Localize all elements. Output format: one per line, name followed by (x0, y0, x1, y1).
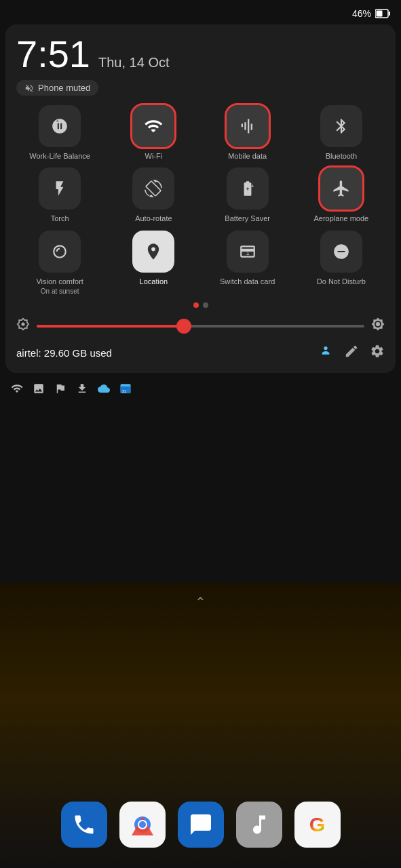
notif-download-icon (76, 382, 88, 398)
tile-label-aeroplane-mode: Aeroplane mode (314, 214, 369, 223)
tile-label-torch: Torch (51, 214, 69, 223)
edit-icon[interactable] (344, 344, 359, 362)
tile-icon-work-life-balance (39, 105, 81, 147)
tile-icon-bluetooth (320, 105, 362, 147)
brightness-high-icon (371, 317, 385, 334)
quick-settings-panel: 7:51 Thu, 14 Oct Phone muted Work-Life B… (5, 24, 396, 373)
brightness-low-icon (16, 317, 30, 334)
data-action-icons (318, 344, 385, 362)
tiles-row3: Vision comfortOn at sunset Location 1 Sw… (16, 231, 385, 296)
tile-icon-location (132, 231, 174, 273)
swipe-up-icon: ⌃ (195, 594, 206, 610)
app-dock: G (0, 789, 401, 860)
tile-label-work-life-balance: Work-Life Balance (29, 151, 90, 161)
phone-muted-label: Phone muted (38, 83, 90, 93)
svg-text:1: 1 (246, 250, 249, 256)
tile-icon-mobile-data (227, 105, 269, 147)
tile-icon-auto-rotate (132, 167, 174, 210)
tile-icon-torch (39, 167, 81, 210)
status-bar: 46% (0, 0, 401, 24)
tile-work-life-balance[interactable]: Work-Life Balance (16, 105, 103, 161)
tile-icon-wifi (132, 105, 174, 147)
page-dots (16, 302, 385, 308)
svg-rect-1 (389, 12, 390, 16)
tile-label-wifi: Wi-Fi (145, 151, 163, 161)
tile-battery-saver[interactable]: Battery Saver (204, 167, 291, 223)
battery-text: 46% (352, 8, 371, 19)
svg-point-5 (22, 323, 25, 326)
tile-label-mobile-data: Mobile data (228, 151, 267, 161)
user-icon[interactable] (318, 344, 333, 362)
svg-point-3 (56, 120, 58, 122)
tile-label-auto-rotate: Auto-rotate (135, 214, 172, 223)
notif-image-icon (33, 382, 45, 398)
clock-date: Thu, 14 Oct (98, 55, 170, 71)
tile-vision-comfort[interactable]: Vision comfortOn at sunset (16, 231, 103, 296)
tile-label-location: Location (140, 277, 168, 286)
tile-icon-switch-data-card: 1 (227, 231, 269, 273)
tile-auto-rotate[interactable]: Auto-rotate (110, 167, 197, 223)
tile-label-switch-data-card: Switch data card (220, 277, 275, 286)
tile-icon-do-not-disturb (320, 231, 362, 273)
tile-do-not-disturb[interactable]: Do Not Disturb (298, 231, 385, 296)
tile-location[interactable]: Location (110, 231, 197, 296)
app-chrome[interactable] (119, 802, 166, 848)
svg-point-13 (139, 821, 146, 828)
mute-icon (24, 83, 34, 93)
app-music[interactable] (236, 802, 282, 848)
home-screen: ⌃ (0, 583, 401, 868)
notif-flag-icon (54, 382, 66, 398)
swipe-indicator: ⌃ (0, 583, 401, 617)
data-usage-text: airtel: 29.60 GB used (16, 347, 112, 359)
tile-mobile-data[interactable]: Mobile data (204, 105, 291, 161)
dot-1 (193, 302, 199, 308)
tile-bluetooth[interactable]: Bluetooth (298, 105, 385, 161)
data-usage-row: airtel: 29.60 GB used (16, 344, 385, 362)
tile-label-do-not-disturb: Do Not Disturb (317, 277, 366, 286)
app-phone[interactable] (61, 802, 107, 848)
time-row: 7:51 Thu, 14 Oct (16, 35, 385, 73)
tile-label-bluetooth: Bluetooth (326, 151, 357, 161)
brightness-fill (37, 325, 184, 328)
notif-wifi-icon (11, 382, 23, 398)
tile-label-battery-saver: Battery Saver (225, 214, 270, 223)
notif-calendar-icon: 31 (119, 382, 132, 398)
notification-bar: 31 (0, 376, 401, 405)
tile-aeroplane-mode[interactable]: Aeroplane mode (298, 167, 385, 223)
tile-torch[interactable]: Torch (16, 167, 103, 223)
tile-icon-battery-saver (227, 167, 269, 210)
dot-2 (203, 302, 208, 308)
tile-icon-aeroplane-mode (320, 167, 362, 210)
tiles-row1: Work-Life Balance Wi-Fi Mobile data (16, 105, 385, 161)
clock-time: 7:51 (16, 35, 90, 73)
tiles-row2: Torch Auto-rotate Battery Saver (16, 167, 385, 223)
svg-rect-2 (377, 11, 383, 17)
settings-icon[interactable] (370, 344, 385, 362)
tile-label-vision-comfort: Vision comfortOn at sunset (36, 277, 83, 296)
brightness-row (16, 317, 385, 334)
brightness-slider[interactable] (37, 325, 364, 328)
notif-cloud-icon (98, 382, 110, 398)
svg-text:31: 31 (122, 389, 127, 393)
tile-wifi[interactable]: Wi-Fi (110, 105, 197, 161)
tile-icon-vision-comfort (39, 231, 81, 273)
brightness-thumb[interactable] (176, 319, 191, 334)
battery-icon (375, 8, 390, 19)
app-google[interactable]: G (294, 802, 341, 848)
phone-muted-badge: Phone muted (16, 80, 98, 96)
tile-switch-data-card[interactable]: 1 Switch data card (204, 231, 291, 296)
status-bar-right: 46% (352, 8, 390, 19)
app-messages[interactable] (178, 802, 224, 848)
